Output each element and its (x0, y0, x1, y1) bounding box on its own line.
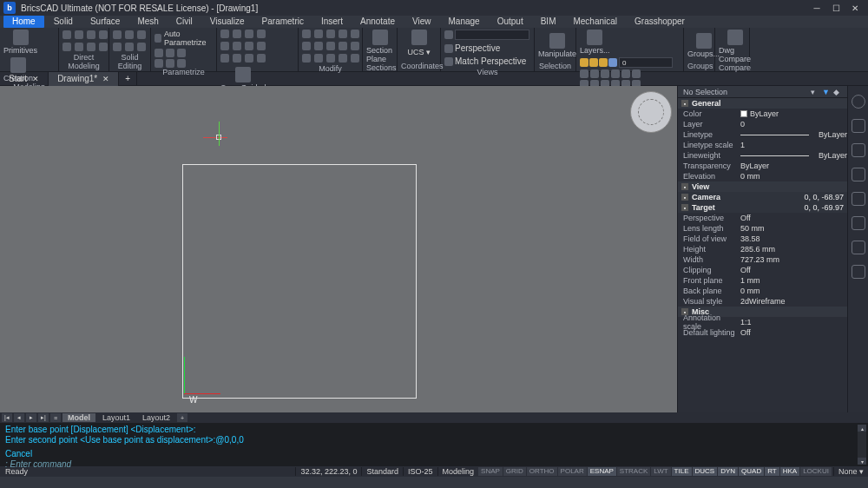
maximize-button[interactable]: ☐ (826, 2, 845, 14)
workspace: W No Selection ▾▼◆ ▪General ColorByLayer… (0, 86, 868, 412)
rectangle-object[interactable] (182, 164, 417, 399)
tab-insert[interactable]: Insert (313, 16, 351, 28)
linetype-value[interactable]: ByLayer (740, 130, 847, 139)
first-button[interactable]: |◂ (2, 413, 12, 422)
tab-parametric[interactable]: Parametric (254, 16, 312, 28)
cloud-icon[interactable] (852, 265, 865, 279)
tab-civil[interactable]: Civil (168, 16, 201, 28)
document-tabs: Start✕ Drawing1*✕ + (0, 72, 868, 86)
tab-home[interactable]: Home (3, 16, 44, 28)
menubar: Home Solid Surface Mesh Civil Visualize … (0, 16, 868, 28)
panel-modeling: Primitives Creation Modeling (0, 28, 59, 71)
app-icon: b (3, 2, 16, 14)
last-button[interactable]: ▸| (38, 413, 49, 422)
pin-icon[interactable]: ◆ (833, 88, 842, 96)
tab-visualize[interactable]: Visualize (202, 16, 253, 28)
right-sidebar-icons (847, 86, 868, 412)
section-target[interactable]: ▪Target0, 0, -69.97 (678, 202, 847, 213)
window-title: BricsCAD Ultimate (NOT FOR RESALE Licens… (21, 3, 258, 13)
clip-value[interactable]: Off (740, 266, 847, 274)
ltscale-value[interactable]: 1 (740, 141, 847, 149)
panel-groups: Groups... Groups (684, 28, 715, 71)
minimize-button[interactable]: ─ (807, 2, 826, 14)
tab-mechanical[interactable]: Mechanical (565, 16, 625, 28)
properties-panel: No Selection ▾▼◆ ▪General ColorByLayer L… (677, 86, 847, 412)
layout-tabs: |◂ ◂ ▸ ▸| ≡ Model Layout1 Layout2 + (0, 412, 868, 423)
next-button[interactable]: ▸ (26, 413, 36, 422)
auto-parametrize-button[interactable]: Auto Parametrize (164, 30, 213, 47)
tab-view[interactable]: View (404, 16, 439, 28)
section-view[interactable]: ▪View (678, 181, 847, 192)
view-cube[interactable] (630, 91, 672, 133)
close-button[interactable]: ✕ (845, 2, 865, 14)
bulb-icon[interactable] (852, 95, 865, 109)
manipulate-button[interactable]: Manipulate (538, 33, 576, 58)
section-camera[interactable]: ▪Camera0, 0, -68.97 (678, 192, 847, 202)
sheets-icon[interactable] (852, 192, 865, 206)
panel-views: Perspective Match Perspective Views (441, 28, 535, 71)
layout-2[interactable]: Layout2 (137, 413, 175, 422)
settings-icon[interactable] (852, 119, 865, 133)
tab-manage[interactable]: Manage (441, 16, 488, 28)
chevron-down-icon[interactable]: ▾ (811, 88, 819, 96)
match-perspective-button[interactable]: Match Perspective (455, 56, 526, 66)
layout-1[interactable]: Layout1 (97, 413, 135, 422)
layer-value[interactable]: 0 (740, 120, 847, 129)
panel-selection: Manipulate Selection (535, 28, 576, 71)
add-tab-button[interactable]: + (119, 72, 137, 86)
lw-value[interactable]: ByLayer (740, 151, 847, 160)
height-value: 285.6 mm (740, 245, 847, 254)
width-value: 727.23 mm (740, 255, 847, 264)
tab-mesh[interactable]: Mesh (129, 16, 166, 28)
tab-output[interactable]: Output (490, 16, 531, 28)
panel-draw: Copy Guided Draw (217, 28, 299, 71)
ribbon: Primitives Creation Modeling Direct Mode… (0, 28, 868, 72)
canvas[interactable]: W (0, 86, 677, 412)
view-select[interactable] (455, 30, 529, 40)
panel-sections: Section Plane Sections (363, 28, 398, 71)
as-value[interactable]: 1:1 (740, 318, 847, 326)
layer-select[interactable]: 0 (619, 57, 673, 68)
section-plane-button[interactable]: Section Plane (366, 30, 393, 63)
dwg-compare-button[interactable]: Dwg Compare (719, 30, 751, 63)
selection-dropdown[interactable]: No Selection ▾▼◆ (678, 86, 847, 98)
layers-button[interactable]: Layers... (580, 30, 610, 55)
ucs-button[interactable] (411, 30, 427, 45)
panel-direct-modeling: Direct Modeling (59, 28, 109, 71)
attach-icon[interactable] (852, 168, 865, 181)
tab-annotate[interactable]: Annotate (352, 16, 403, 28)
close-icon[interactable]: ✕ (32, 75, 39, 83)
close-icon[interactable]: ✕ (102, 75, 109, 83)
section-general[interactable]: ▪General (678, 98, 847, 109)
elev-value[interactable]: 0 mm (740, 172, 847, 181)
dl-value[interactable]: Off (740, 328, 847, 337)
vs-value[interactable]: 2dWireframe (740, 297, 847, 306)
layout-model[interactable]: Model (62, 413, 95, 422)
lens-value[interactable]: 50 mm (740, 224, 847, 233)
filter-icon[interactable]: ▼ (822, 88, 831, 96)
color-value[interactable]: ByLayer (740, 109, 847, 118)
persp-value[interactable]: Off (740, 214, 847, 222)
list-button[interactable]: ≡ (50, 413, 61, 422)
tab-solid[interactable]: Solid (46, 16, 81, 28)
command-line[interactable]: Enter base point [Displacement] <Displac… (0, 423, 868, 466)
layers-icon[interactable] (852, 143, 865, 157)
command-scrollbar[interactable]: ▴▾ (858, 425, 866, 465)
tab-surface[interactable]: Surface (82, 16, 128, 28)
command-history: Cancel (5, 449, 863, 459)
fp-value[interactable]: 1 mm (740, 276, 847, 285)
add-layout-button[interactable]: + (177, 413, 187, 422)
prev-button[interactable]: ◂ (14, 413, 24, 422)
fx-icon[interactable] (852, 216, 865, 230)
perspective-button[interactable]: Perspective (455, 43, 500, 53)
tab-bim[interactable]: BIM (533, 16, 564, 28)
command-input[interactable]: Enter command (10, 459, 72, 469)
transp-value[interactable]: ByLayer (740, 162, 847, 170)
fov-value[interactable]: 38.58 (740, 234, 847, 243)
primitives-button[interactable]: Primitives (3, 30, 37, 55)
tab-grasshopper[interactable]: Grasshopper (627, 16, 693, 28)
structure-icon[interactable] (852, 241, 865, 254)
tab-drawing1[interactable]: Drawing1*✕ (49, 72, 119, 86)
bp-value[interactable]: 0 mm (740, 287, 847, 295)
tab-start[interactable]: Start✕ (0, 72, 49, 86)
